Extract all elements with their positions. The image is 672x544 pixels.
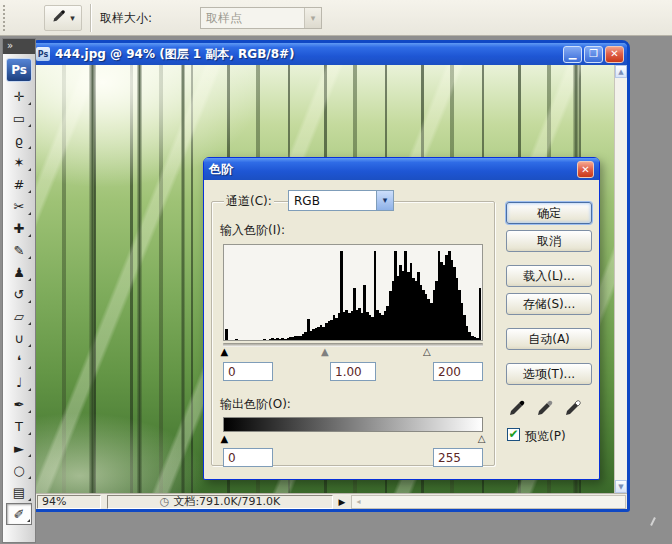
dialog-titlebar[interactable]: 色阶 ✕ [204,158,599,180]
eyedropper-tool[interactable]: ✐ [6,503,32,525]
history-brush-tool[interactable]: ↺ [6,283,32,305]
lasso-tool[interactable]: ϱ [6,129,32,151]
gray-point-eyedropper[interactable] [535,398,557,420]
doc-info-text: 文档:791.0K/791.0K [173,494,280,509]
input-gamma-field[interactable] [330,362,376,381]
healing-brush-tool[interactable]: ✚ [6,217,32,239]
slice-tool[interactable]: ✂ [6,195,32,217]
histogram-bar [235,339,238,340]
chevron-down-icon: ▾ [70,14,75,23]
tree-trunk [181,65,185,493]
blur-tool[interactable]: ❛ [6,349,32,371]
input-levels-label: 输入色阶(I): [218,222,287,239]
minimize-button[interactable]: ▁ [563,46,582,63]
sample-size-label: 取样大小: [100,10,152,27]
dialog-body: 通道(C): RGB ▾ 输入色阶(I): ▲ ▲ △ 输出色阶(O): ▲ △… [204,180,599,479]
move-tool[interactable]: ✛ [6,85,32,107]
histogram-bars [225,251,481,340]
horizontal-scrollbar[interactable]: ◂ [351,495,626,509]
white-point-eyedropper[interactable] [563,398,585,420]
histogram-bar [263,339,266,340]
close-button[interactable]: ✕ [605,46,624,63]
channel-value: RGB [289,194,376,208]
toolbox-panel: » Ps ✛▭ϱ✶#✂✚✎♟↺▱∪❛♩✒T►○▤✐ [2,38,36,543]
status-bar: ◷ 文档:791.0K/791.0K ▶ ◂ [33,493,627,509]
auto-button[interactable]: 自动(A) [506,328,592,350]
load-button[interactable]: 载入(L)... [506,265,592,287]
preview-label: 预览(P) [523,428,568,445]
toolbox-collapse-button[interactable]: » [3,39,35,54]
cancel-button[interactable]: 取消 [506,230,592,252]
double-chevron-icon: » [7,40,13,51]
save-button[interactable]: 存储(S)... [506,293,592,315]
dodge-tool[interactable]: ♩ [6,371,32,393]
options-button[interactable]: 选项(T)... [506,363,592,385]
shape-tool[interactable]: ○ [6,459,32,481]
input-white-field[interactable] [433,362,483,381]
output-white-slider[interactable]: △ [478,434,486,444]
sample-point-dropdown[interactable]: 取样点 ▾ [200,7,322,29]
doc-info-field: ◷ 文档:791.0K/791.0K [107,495,333,509]
status-popup-arrow-button[interactable]: ▶ [335,495,349,509]
channel-dropdown[interactable]: RGB ▾ [288,190,394,211]
options-bar: ▾ 取样大小: 取样点 ▾ [0,0,672,36]
output-slider-row: ▲ △ [223,434,483,446]
dialog-close-button[interactable]: ✕ [577,161,594,178]
path-select-tool[interactable]: ► [6,437,32,459]
document-title: 444.jpg @ 94% (图层 1 副本, RGB/8#) [55,46,561,63]
clone-stamp-tool[interactable]: ♟ [6,261,32,283]
chevron-down-icon: ▾ [376,191,393,210]
magic-wand-tool[interactable]: ✶ [6,151,32,173]
output-black-slider[interactable]: ▲ [220,434,228,444]
output-levels-label: 输出色阶(O): [218,396,293,413]
document-titlebar[interactable]: Ps 444.jpg @ 94% (图层 1 副本, RGB/8#) ▁ ❐ ✕ [33,43,627,65]
crop-tool[interactable]: # [6,173,32,195]
notes-tool[interactable]: ▤ [6,481,32,503]
preview-check-glyph: ✔ [508,428,518,440]
scroll-down-button[interactable]: ▼ [615,480,627,493]
toolbox-tools: ✛▭ϱ✶#✂✚✎♟↺▱∪❛♩✒T►○▤✐ [3,85,35,525]
black-point-eyedropper[interactable] [507,398,529,420]
output-gradient-bar [223,417,483,432]
input-black-field[interactable] [223,362,273,381]
input-black-slider[interactable]: ▲ [220,347,228,357]
input-slider-row: ▲ ▲ △ [223,347,483,359]
scroll-up-button[interactable]: ▲ [615,65,627,78]
levels-dialog: 色阶 ✕ 通道(C): RGB ▾ 输入色阶(I): ▲ ▲ △ 输出色阶(O)… [203,157,600,480]
output-black-field[interactable] [223,448,273,467]
dialog-title: 色阶 [209,161,577,178]
photoshop-file-icon: Ps [36,47,50,61]
chevron-down-icon: ▾ [304,8,321,28]
toolbar-grip[interactable] [3,5,6,31]
histogram-bar [479,288,482,340]
tool-preset-button[interactable]: ▾ [44,5,82,31]
toolbar-separator [90,4,91,32]
paint-bucket-tool[interactable]: ∪ [6,327,32,349]
histogram-bar [225,329,228,340]
preview-checkbox[interactable]: ✔ [507,428,520,441]
cursor-artifact [650,517,656,526]
tree-trunk [137,65,142,493]
dialog-buttons: 确定取消载入(L)...存储(S)...自动(A)选项(T)... [506,202,594,385]
sample-point-value: 取样点 [201,10,304,27]
clock-icon: ◷ [160,495,170,508]
ok-button[interactable]: 确定 [506,202,592,224]
maximize-button[interactable]: ❐ [584,46,603,63]
zoom-level-field[interactable] [37,495,101,509]
vertical-scrollbar[interactable]: ▲ ▼ [614,65,627,493]
pen-tool[interactable]: ✒ [6,393,32,415]
tree-trunk [89,65,96,493]
marquee-tool[interactable]: ▭ [6,107,32,129]
channel-label: 通道(C): [224,193,274,210]
histogram-box [223,244,483,341]
photoshop-logo[interactable]: Ps [6,58,32,82]
input-white-slider[interactable]: △ [423,347,431,357]
input-gray-slider[interactable]: ▲ [321,347,329,357]
type-tool[interactable]: T [6,415,32,437]
eyedropper-icon [51,8,67,28]
scroll-left-button[interactable]: ◂ [352,496,365,508]
brush-tool[interactable]: ✎ [6,239,32,261]
eraser-tool[interactable]: ▱ [6,305,32,327]
output-white-field[interactable] [433,448,483,467]
